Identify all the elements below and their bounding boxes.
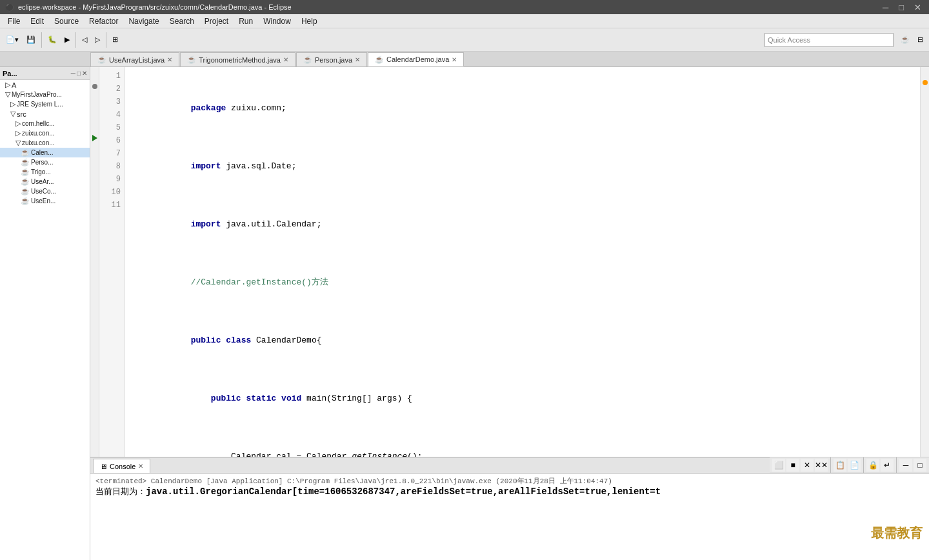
tree-icon-useco: ☕ xyxy=(21,187,30,195)
bp-line-5 xyxy=(90,119,99,132)
tree-label-zuixucon2: zuixu.con... xyxy=(22,139,55,146)
tab-close-calendardemo[interactable]: ✕ xyxy=(452,56,457,63)
console-terminate[interactable]: ■ xyxy=(786,459,799,472)
tree-item-trigo[interactable]: ☕ Trigo... xyxy=(0,167,90,177)
toolbar-new[interactable]: 📄▾ xyxy=(3,32,22,48)
tab-close-trigonometric[interactable]: ✕ xyxy=(283,56,288,63)
tree-icon-a: ▷ xyxy=(5,81,10,89)
code-line-4: //Calendar.getInstance()方法 xyxy=(130,263,915,302)
bp-line-11 xyxy=(90,196,99,209)
console-clear[interactable]: ⬜ xyxy=(772,459,785,472)
menu-source[interactable]: Source xyxy=(49,15,84,27)
toolbar-save[interactable]: 💾 xyxy=(23,32,39,48)
toolbar-prev[interactable]: ◁ xyxy=(79,32,90,48)
tree-item-calen[interactable]: ☕ Calen... xyxy=(0,148,90,157)
sidebar-minimize[interactable]: ─ xyxy=(71,70,75,77)
toolbar-perspective[interactable]: ⊞ xyxy=(109,32,121,48)
bp-line-10 xyxy=(90,183,99,196)
code-editor[interactable]: 1 2 3 4 5 6 7 8 9 10 11 package zuixu.co… xyxy=(90,67,929,457)
toolbar-debug[interactable]: 🐛 xyxy=(45,32,60,48)
menu-window[interactable]: Window xyxy=(258,15,296,27)
tree-item-jre[interactable]: ▷ JRE System L... xyxy=(0,99,90,109)
tree-icon-trigo: ☕ xyxy=(21,168,30,176)
sidebar-title: Pa... xyxy=(3,70,17,77)
console-minimize[interactable]: ─ xyxy=(899,459,912,472)
tab-icon-calendardemo: ☕ xyxy=(375,55,384,64)
menu-refactor[interactable]: Refactor xyxy=(84,15,123,27)
bp-line-1 xyxy=(90,67,99,80)
minimize-button[interactable]: ─ xyxy=(880,3,891,12)
menu-help[interactable]: Help xyxy=(296,15,323,27)
console-copy[interactable]: 📋 xyxy=(834,459,846,472)
menu-run[interactable]: Run xyxy=(234,15,258,27)
tab-person[interactable]: ☕ Person.java ✕ xyxy=(296,52,367,66)
tree-label-trigo: Trigo... xyxy=(31,168,51,175)
tree-item-comhellc[interactable]: ▷ com.hellc... xyxy=(0,119,90,128)
tab-calendardemo[interactable]: ☕ CalendarDemo.java ✕ xyxy=(368,52,464,66)
code-lines[interactable]: package zuixu.comn; import java.sql.Date… xyxy=(125,67,920,457)
menu-file[interactable]: File xyxy=(3,15,25,27)
console-remove[interactable]: ✕ xyxy=(801,459,814,472)
watermark: 最需教育 xyxy=(871,525,923,542)
quick-access-box[interactable]: Quick Access xyxy=(764,33,894,47)
sidebar-maximize[interactable]: □ xyxy=(77,70,81,77)
close-button[interactable]: ✕ xyxy=(912,3,924,12)
console-word-wrap[interactable]: ↵ xyxy=(881,459,894,472)
tab-usearraylist[interactable]: ☕ UseArrayList.java ✕ xyxy=(90,52,179,66)
tree-item-src[interactable]: ▽ src xyxy=(0,109,90,119)
tree-item-usear[interactable]: ☕ UseAr... xyxy=(0,177,90,186)
bp-line-4 xyxy=(90,106,99,119)
sidebar-close[interactable]: ✕ xyxy=(82,70,87,77)
menu-edit[interactable]: Edit xyxy=(25,15,49,27)
maximize-button[interactable]: □ xyxy=(896,3,906,12)
console-output[interactable]: <terminated> CalendarDemo [Java Applicat… xyxy=(90,474,929,560)
tree-item-zuixucon2[interactable]: ▽ zuixu.con... xyxy=(0,138,90,148)
console-toolbar-sep-2 xyxy=(863,457,864,473)
console-output-value: java.util.GregorianCalendar[time=1606532… xyxy=(146,486,661,497)
editor-area: 1 2 3 4 5 6 7 8 9 10 11 package zuixu.co… xyxy=(90,67,929,560)
toolbar-perspective-java[interactable]: ☕ xyxy=(897,32,913,48)
kw-package: package xyxy=(191,103,226,113)
toolbar-run[interactable]: ▶ xyxy=(61,32,73,48)
line-numbers: 1 2 3 4 5 6 7 8 9 10 11 xyxy=(99,67,125,457)
console-scroll-lock[interactable]: 🔒 xyxy=(866,459,879,472)
console-tab-label: Console xyxy=(110,463,135,470)
console-tab[interactable]: 🖥 Console ✕ xyxy=(93,459,150,473)
tab-close-person[interactable]: ✕ xyxy=(355,56,360,63)
content-area: Pa... ─ □ ✕ ▷ A ▽ MyFirstJavaPro... ▷ JR… xyxy=(0,67,929,560)
tab-icon-trigonometric: ☕ xyxy=(187,55,196,64)
menu-navigate[interactable]: Navigate xyxy=(123,15,164,27)
kw-import-2: import xyxy=(191,219,221,229)
tree-item-perso[interactable]: ☕ Perso... xyxy=(0,157,90,167)
tree-item-useco[interactable]: ☕ UseCo... xyxy=(0,186,90,196)
console-tab-close[interactable]: ✕ xyxy=(138,463,143,470)
line-num-8: 8 xyxy=(99,160,125,173)
console-maximize[interactable]: □ xyxy=(914,459,926,472)
tree-label-comhellc: com.hellc... xyxy=(22,120,55,127)
bp-line-8 xyxy=(90,157,99,170)
tree-icon-calen: ☕ xyxy=(21,148,30,157)
kw-public-2: public xyxy=(211,394,241,403)
method-getinstance: getInstance xyxy=(352,452,407,457)
tab-close-usearraylist[interactable]: ✕ xyxy=(167,56,172,63)
ruler-marker-1 xyxy=(923,80,928,85)
tab-label-person: Person.java xyxy=(315,56,352,64)
tree-item-zuixucon1[interactable]: ▷ zuixu.con... xyxy=(0,128,90,138)
tree-item-myfirstjava[interactable]: ▽ MyFirstJavaPro... xyxy=(0,90,90,99)
tree-item-a[interactable]: ▷ A xyxy=(0,80,90,90)
toolbar-next[interactable]: ▷ xyxy=(92,32,103,48)
sidebar-tree: ▷ A ▽ MyFirstJavaPro... ▷ JRE System L..… xyxy=(0,80,90,560)
toolbar-perspective-extra[interactable]: ⊟ xyxy=(914,32,926,48)
bp-arrow-6 xyxy=(92,135,97,141)
tab-trigonometric[interactable]: ☕ TrigonometricMethod.java ✕ xyxy=(180,52,295,66)
console-toolbar-sep xyxy=(830,457,831,473)
tree-label-src: src xyxy=(17,110,26,118)
menu-project[interactable]: Project xyxy=(199,15,234,27)
console-paste[interactable]: 📄 xyxy=(848,459,861,472)
console-terminated-text: <terminated> CalendarDemo [Java Applicat… xyxy=(95,476,924,486)
menu-search[interactable]: Search xyxy=(165,15,199,27)
tree-item-useen[interactable]: ☕ UseEn... xyxy=(0,196,90,206)
console-area: 🖥 Console ✕ ⬜ ■ ✕ ✕✕ 📋 📄 🔒 ↵ ─ xyxy=(90,457,929,560)
console-remove-all[interactable]: ✕✕ xyxy=(815,459,828,472)
tree-icon-zuixucon2: ▽ xyxy=(15,139,21,147)
